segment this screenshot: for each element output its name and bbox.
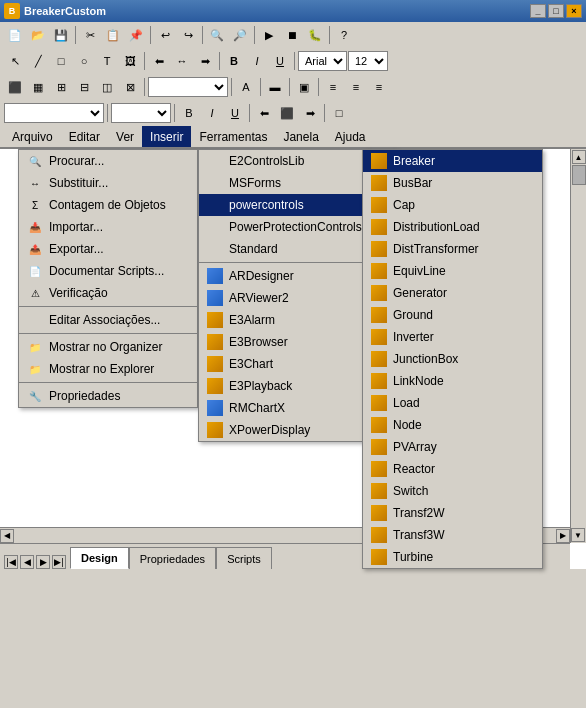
minimize-button[interactable]: _ (530, 4, 546, 18)
stop-button[interactable]: ⏹ (281, 24, 303, 46)
align-btn3[interactable]: ≡ (368, 76, 390, 98)
menu-procurar[interactable]: 🔍 Procurar... (19, 150, 197, 172)
font-size[interactable]: 12 (348, 51, 388, 71)
tb3-b2[interactable]: ▦ (27, 76, 49, 98)
redo-button[interactable]: ↪ (177, 24, 199, 46)
cut-button[interactable]: ✂ (79, 24, 101, 46)
menu-ver[interactable]: Ver (108, 126, 142, 147)
tb4-b1[interactable]: B (178, 102, 200, 124)
menu-ferramentas[interactable]: Ferramentas (191, 126, 275, 147)
tb3-b1[interactable]: ⬛ (4, 76, 26, 98)
copy-button[interactable]: 📋 (102, 24, 124, 46)
pc-transf3w[interactable]: Transf3W (363, 524, 542, 546)
border-btn[interactable]: ▣ (293, 76, 315, 98)
tb4-combo1[interactable] (4, 103, 104, 123)
pc-inverter[interactable]: Inverter (363, 326, 542, 348)
menu-propriedades[interactable]: 🔧 Propriedades (19, 385, 197, 407)
tab-next-btn[interactable]: ▶ (36, 555, 50, 569)
scroll-thumb[interactable] (572, 165, 586, 185)
zoom-button[interactable]: 🔎 (229, 24, 251, 46)
pc-node[interactable]: Node (363, 414, 542, 436)
pc-distributionload[interactable]: DistributionLoad (363, 216, 542, 238)
font-family[interactable]: Arial (298, 51, 347, 71)
align-left[interactable]: ⬅ (148, 50, 170, 72)
menu-documentar[interactable]: 📄 Documentar Scripts... (19, 260, 197, 282)
bold[interactable]: B (223, 50, 245, 72)
pc-reactor[interactable]: Reactor (363, 458, 542, 480)
close-button[interactable]: × (566, 4, 582, 18)
underline[interactable]: U (269, 50, 291, 72)
open-button[interactable]: 📂 (27, 24, 49, 46)
menu-substituir[interactable]: ↔ Substituir... (19, 172, 197, 194)
find-button[interactable]: 🔍 (206, 24, 228, 46)
pc-linknode[interactable]: LinkNode (363, 370, 542, 392)
tb4-b3[interactable]: U (224, 102, 246, 124)
tb4-b4[interactable]: □ (328, 102, 350, 124)
menu-editar[interactable]: Editar (61, 126, 108, 147)
menu-mostrar-explorer[interactable]: 📁 Mostrar no Explorer (19, 358, 197, 380)
pc-cap[interactable]: Cap (363, 194, 542, 216)
tab-propriedades[interactable]: Propriedades (129, 547, 216, 569)
tab-scripts[interactable]: Scripts (216, 547, 272, 569)
align-right[interactable]: ➡ (194, 50, 216, 72)
tab-design[interactable]: Design (70, 547, 129, 569)
pc-busbar[interactable]: BusBar (363, 172, 542, 194)
italic[interactable]: I (246, 50, 268, 72)
undo-button[interactable]: ↩ (154, 24, 176, 46)
pc-transf2w[interactable]: Transf2W (363, 502, 542, 524)
scrollbar-vertical[interactable]: ▲ ▼ (570, 149, 586, 543)
new-button[interactable]: 📄 (4, 24, 26, 46)
menu-ajuda[interactable]: Ajuda (327, 126, 374, 147)
menu-mostrar-organizer[interactable]: 📁 Mostrar no Organizer (19, 336, 197, 358)
pc-equivline[interactable]: EquivLine (363, 260, 542, 282)
tb4-align2[interactable]: ⬛ (276, 102, 298, 124)
tb3-b6[interactable]: ⊠ (119, 76, 141, 98)
menu-verificacao[interactable]: ⚠ Verificação (19, 282, 197, 304)
tb3-combo1[interactable] (148, 77, 228, 97)
tab-last-btn[interactable]: ▶| (52, 555, 66, 569)
pc-disttransformer[interactable]: DistTransformer (363, 238, 542, 260)
scroll-left-btn[interactable]: ◀ (0, 529, 14, 543)
color-btn[interactable]: A (235, 76, 257, 98)
save-button[interactable]: 💾 (50, 24, 72, 46)
scroll-right-btn[interactable]: ▶ (556, 529, 570, 543)
pc-breaker[interactable]: Breaker (363, 150, 542, 172)
menu-inserir[interactable]: Inserir (142, 126, 191, 147)
tb3-b4[interactable]: ⊟ (73, 76, 95, 98)
pc-switch[interactable]: Switch (363, 480, 542, 502)
draw-line[interactable]: ╱ (27, 50, 49, 72)
draw-text[interactable]: T (96, 50, 118, 72)
tab-first-btn[interactable]: |◀ (4, 555, 18, 569)
menu-editar-assoc[interactable]: Editar Associações... (19, 309, 197, 331)
help-button[interactable]: ? (333, 24, 355, 46)
align-center[interactable]: ↔ (171, 50, 193, 72)
tb4-combo2[interactable] (111, 103, 171, 123)
maximize-button[interactable]: □ (548, 4, 564, 18)
draw-arrow[interactable]: ↖ (4, 50, 26, 72)
pc-virtualtiezone[interactable]: VirtualTieNode (363, 568, 542, 569)
scroll-up-btn[interactable]: ▲ (572, 150, 586, 164)
draw-img[interactable]: 🖼 (119, 50, 141, 72)
paste-button[interactable]: 📌 (125, 24, 147, 46)
scroll-down-btn[interactable]: ▼ (571, 528, 585, 542)
pc-pvarray[interactable]: PVArray (363, 436, 542, 458)
menu-janela[interactable]: Janela (275, 126, 326, 147)
debug-button[interactable]: 🐛 (304, 24, 326, 46)
menu-importar[interactable]: 📥 Importar... (19, 216, 197, 238)
draw-rect[interactable]: □ (50, 50, 72, 72)
pc-turbine[interactable]: Turbine (363, 546, 542, 568)
fill-btn[interactable]: ▬ (264, 76, 286, 98)
pc-generator[interactable]: Generator (363, 282, 542, 304)
tb4-align1[interactable]: ⬅ (253, 102, 275, 124)
align-btn2[interactable]: ≡ (345, 76, 367, 98)
menu-contagem[interactable]: Σ Contagem de Objetos (19, 194, 197, 216)
align-btn1[interactable]: ≡ (322, 76, 344, 98)
tb4-align3[interactable]: ➡ (299, 102, 321, 124)
run-button[interactable]: ▶ (258, 24, 280, 46)
tab-prev-btn[interactable]: ◀ (20, 555, 34, 569)
menu-exportar[interactable]: 📤 Exportar... (19, 238, 197, 260)
pc-load[interactable]: Load (363, 392, 542, 414)
menu-arquivo[interactable]: Arquivo (4, 126, 61, 147)
tb3-b3[interactable]: ⊞ (50, 76, 72, 98)
pc-junctionbox[interactable]: JunctionBox (363, 348, 542, 370)
